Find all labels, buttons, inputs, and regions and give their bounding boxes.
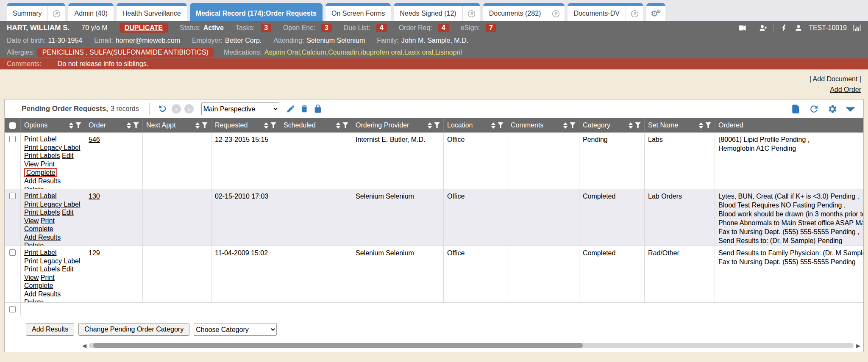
print-link[interactable]: Print — [41, 160, 55, 168]
popup-icon[interactable] — [547, 6, 565, 21]
view-link[interactable]: View — [24, 274, 39, 281]
order-number-link[interactable]: 130 — [89, 193, 100, 200]
sort-icon[interactable] — [629, 122, 633, 129]
filter-icon[interactable] — [434, 122, 440, 129]
complete-link[interactable]: Complete — [26, 169, 55, 176]
sort-icon[interactable] — [699, 122, 703, 129]
print-labels-link[interactable]: Print Labels — [24, 265, 60, 273]
trash-icon[interactable] — [300, 104, 309, 113]
scrollbar-track[interactable] — [89, 343, 854, 348]
scroll-right-arrow[interactable]: ▶ — [855, 343, 862, 348]
popup-icon[interactable] — [626, 6, 643, 21]
view-link[interactable]: View — [24, 160, 39, 168]
print-labels-link[interactable]: Print Labels — [24, 209, 60, 216]
medication-link[interactable]: ibuprofen oral — [361, 49, 404, 56]
print-label-link[interactable]: Print Label — [24, 135, 57, 143]
print-legacy-label-link[interactable]: Print Legacy Label — [24, 257, 81, 265]
row-checkbox[interactable] — [9, 249, 16, 256]
previous-perspective-icon[interactable]: ‹ — [172, 104, 181, 113]
sort-icon[interactable] — [336, 122, 340, 129]
next-perspective-icon[interactable]: › — [184, 104, 194, 113]
tab-medical-record-order-requests[interactable]: Medical Record (174):Order Requests — [190, 3, 323, 21]
edit-link[interactable]: Edit — [62, 265, 74, 273]
filter-icon[interactable] — [202, 122, 208, 129]
add-results-link[interactable]: Add Results — [24, 177, 61, 185]
filter-icon[interactable] — [498, 122, 504, 129]
delete-link[interactable]: Delete — [24, 298, 44, 302]
tab-health-surveillance[interactable]: Health Surveillance — [117, 3, 187, 21]
row-checkbox[interactable] — [9, 136, 16, 142]
lock-icon[interactable] — [313, 104, 323, 113]
print-legacy-label-link[interactable]: Print Legacy Label — [24, 201, 81, 208]
medication-link[interactable]: Calcium — [302, 49, 328, 56]
complete-link[interactable]: Complete — [24, 225, 53, 232]
esign-count-badge[interactable]: 7 — [486, 24, 496, 32]
sort-icon[interactable] — [69, 122, 73, 129]
video-camera-icon[interactable] — [738, 24, 747, 32]
scrollbar-thumb[interactable] — [93, 343, 583, 348]
filter-icon[interactable] — [705, 122, 711, 129]
order-req-count-badge[interactable]: 4 — [438, 24, 449, 32]
print-labels-link[interactable]: Print Labels — [24, 152, 60, 159]
medication-link[interactable]: Lasix oral — [404, 49, 435, 56]
row-checkbox[interactable] — [9, 306, 16, 312]
add-results-link[interactable]: Add Results — [24, 290, 61, 298]
undo-icon[interactable] — [158, 104, 167, 113]
refresh-icon[interactable] — [809, 104, 819, 114]
document-icon[interactable] — [790, 104, 801, 114]
edit-link[interactable]: Edit — [62, 209, 74, 216]
open-enc-count-badge[interactable]: 3 — [321, 24, 332, 32]
user-icon[interactable] — [794, 24, 803, 32]
tab-documents-dv[interactable]: Documents-DV — [568, 3, 643, 21]
sort-icon[interactable] — [264, 122, 268, 129]
tab-needs-signed[interactable]: Needs Signed (12) — [394, 3, 480, 21]
due-list-count-badge[interactable]: 4 — [376, 24, 387, 32]
row-checkbox[interactable] — [9, 193, 16, 199]
lightning-icon[interactable] — [780, 24, 788, 32]
delete-link[interactable]: Delete — [24, 242, 44, 246]
filter-icon[interactable] — [270, 122, 276, 129]
collapse-chevron-icon[interactable] — [845, 104, 856, 114]
sort-icon[interactable] — [127, 122, 131, 129]
add-user-icon[interactable] — [759, 24, 768, 32]
edit-pencil-icon[interactable] — [286, 104, 295, 113]
medication-link[interactable]: Coumadin — [328, 49, 361, 56]
print-label-link[interactable]: Print Label — [24, 249, 57, 256]
gear-icon[interactable] — [827, 104, 837, 114]
add-results-link[interactable]: Add Results — [24, 234, 61, 241]
tab-on-screen-forms[interactable]: On Screen Forms — [326, 3, 391, 21]
filter-icon[interactable] — [635, 122, 641, 129]
filter-icon[interactable] — [75, 122, 81, 129]
medication-link[interactable]: Lisinopril — [435, 49, 462, 56]
tab-documents[interactable]: Documents (282) — [483, 3, 565, 21]
tab-settings-gears-icon[interactable]: ⚙⚙ — [646, 3, 665, 21]
add-document-link[interactable]: | Add Document | — [810, 75, 861, 83]
perspective-select[interactable]: Main Perspective — [201, 102, 279, 115]
print-legacy-label-link[interactable]: Print Legacy Label — [24, 144, 81, 151]
filter-icon[interactable] — [570, 122, 576, 129]
popup-icon[interactable] — [47, 6, 65, 21]
add-results-button[interactable]: Add Results — [26, 323, 74, 336]
print-link[interactable]: Print — [41, 274, 55, 281]
choose-category-select[interactable]: Choose Category — [194, 323, 277, 336]
sort-icon[interactable] — [195, 122, 200, 129]
complete-link[interactable]: Complete — [24, 282, 53, 289]
print-link[interactable]: Print — [41, 217, 55, 224]
allergies-badge[interactable]: PENICILLINS , SULFA(SULFONAMIDE ANTIBIOT… — [37, 48, 214, 57]
scroll-left-arrow[interactable]: ◀ — [81, 343, 88, 348]
sort-icon[interactable] — [491, 122, 495, 129]
add-order-link[interactable]: Add Order — [830, 86, 861, 93]
edit-link[interactable]: Edit — [62, 152, 74, 159]
view-link[interactable]: View — [24, 217, 39, 224]
bar-chart-icon[interactable] — [853, 24, 861, 32]
tab-admin[interactable]: Admin (40) — [68, 3, 113, 21]
order-number-link[interactable]: 546 — [89, 136, 100, 143]
tab-summary[interactable]: Summary — [7, 3, 65, 21]
print-label-link[interactable]: Print Label — [24, 192, 57, 199]
filter-icon[interactable] — [342, 122, 348, 129]
sort-icon[interactable] — [428, 122, 432, 129]
select-all-checkbox[interactable] — [9, 122, 16, 129]
popup-icon[interactable] — [462, 6, 480, 21]
sort-icon[interactable] — [563, 122, 568, 129]
duplicate-badge[interactable]: DUPLICATE — [120, 23, 168, 33]
